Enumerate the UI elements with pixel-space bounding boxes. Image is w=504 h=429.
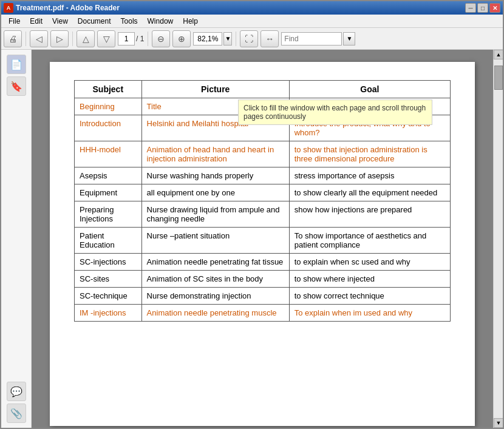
maximize-button[interactable]: □ bbox=[477, 3, 488, 13]
page-total: / 1 bbox=[136, 35, 144, 43]
cell-subject: Asepsis bbox=[75, 167, 142, 184]
cell-goal: to show correct technique bbox=[289, 288, 450, 305]
cell-picture: Nurse demonstrating injection bbox=[141, 288, 289, 305]
left-sidebar: 📄 🔖 💬 📎 bbox=[1, 50, 32, 428]
cell-subject: Introduction bbox=[75, 115, 142, 141]
zoom-display: 82,1% bbox=[193, 32, 222, 46]
main-window: A Treatment.pdf - Adobe Reader ─ □ ✕ Fil… bbox=[0, 0, 504, 429]
menu-view[interactable]: View bbox=[47, 16, 73, 27]
cell-subject: Beginning bbox=[75, 98, 142, 115]
cell-goal: stress importance of asepsis bbox=[289, 167, 450, 184]
cell-picture: Animation needle penetrating muscle bbox=[141, 305, 289, 322]
cell-subject: HHH-model bbox=[75, 141, 142, 167]
find-area: ▼ bbox=[281, 32, 355, 46]
separator-1 bbox=[26, 32, 26, 46]
prev-page-button[interactable]: △ bbox=[77, 30, 95, 47]
scroll-down-arrow[interactable]: ▼ bbox=[494, 418, 503, 428]
zoom-out-button[interactable]: ⊖ bbox=[152, 30, 170, 47]
separator-4 bbox=[236, 32, 236, 46]
table-row: SC-techniqueNurse demonstrating injectio… bbox=[75, 288, 451, 305]
cell-goal: to explain when sc used and why bbox=[289, 254, 450, 271]
separator-2 bbox=[72, 32, 73, 46]
sidebar-pages-icon[interactable]: 📄 bbox=[7, 55, 26, 74]
cell-subject: Preparing Injections bbox=[75, 201, 142, 228]
cell-subject: Equipment bbox=[75, 184, 142, 201]
menu-help[interactable]: Help bbox=[178, 16, 203, 27]
vertical-scrollbar[interactable]: ▲ ▼ bbox=[493, 50, 503, 428]
cell-subject: IM -injections bbox=[75, 305, 142, 322]
cell-goal: to show that injection administration is… bbox=[289, 141, 450, 167]
menu-tools[interactable]: Tools bbox=[116, 16, 143, 27]
app-icon: A bbox=[4, 3, 13, 13]
title-bar-left: A Treatment.pdf - Adobe Reader bbox=[4, 3, 120, 13]
table-row: SC-sitesAnimation of SC sites in the bod… bbox=[75, 271, 451, 288]
fit-width-button[interactable]: ↔ bbox=[261, 30, 279, 47]
table-row: AsepsisNurse washing hands properlystres… bbox=[75, 167, 451, 184]
menu-edit[interactable]: Edit bbox=[25, 16, 47, 27]
cell-picture: Nurse drawing liquid from ampule and cha… bbox=[141, 201, 289, 228]
sidebar-bottom: 💬 📎 bbox=[7, 382, 26, 428]
sidebar-bookmarks-icon[interactable]: 🔖 bbox=[7, 76, 26, 96]
cell-goal: to show where injected bbox=[289, 271, 450, 288]
cell-goal: To explain when im used and why bbox=[289, 305, 450, 322]
cell-subject: SC-technique bbox=[75, 288, 142, 305]
cell-goal: show how injections are prepared bbox=[289, 201, 450, 228]
table-row: SC-injectionsAnimation needle penetratin… bbox=[75, 254, 451, 271]
scroll-thumb[interactable] bbox=[494, 66, 503, 90]
title-bar: A Treatment.pdf - Adobe Reader ─ □ ✕ bbox=[1, 1, 503, 15]
cell-picture: Nurse washing hands properly bbox=[141, 167, 289, 184]
cell-subject: Patient Education bbox=[75, 228, 142, 254]
zoom-in-button[interactable]: ⊕ bbox=[172, 30, 191, 47]
toolbar: 🖨 ◁ ▷ △ ▽ / 1 ⊖ ⊕ 82,1% ▼ ⛶ ↔ ▼ bbox=[1, 28, 503, 50]
zoom-area: 82,1% ▼ bbox=[193, 32, 232, 46]
scroll-up-arrow[interactable]: ▲ bbox=[494, 50, 503, 59]
page-navigation: / 1 bbox=[118, 32, 144, 46]
menu-window[interactable]: Window bbox=[143, 16, 179, 27]
scroll-track[interactable] bbox=[494, 59, 503, 418]
cell-picture: Animation of SC sites in the body bbox=[141, 271, 289, 288]
cell-goal: To show importance of aesthetics and pat… bbox=[289, 228, 450, 254]
header-goal: Goal bbox=[289, 81, 450, 98]
cell-picture: all equipment one by one bbox=[141, 184, 289, 201]
fit-page-button[interactable]: ⛶ bbox=[240, 30, 258, 47]
tooltip-text: Click to fill the window with each page … bbox=[243, 104, 426, 121]
cell-goal: to show clearly all the equipment needed bbox=[289, 184, 450, 201]
print-button[interactable]: 🖨 bbox=[4, 30, 22, 47]
sidebar-comment-icon[interactable]: 💬 bbox=[7, 382, 26, 401]
minimize-button[interactable]: ─ bbox=[465, 3, 476, 13]
cell-picture: Animation needle penetrating fat tissue bbox=[141, 254, 289, 271]
table-row: Preparing InjectionsNurse drawing liquid… bbox=[75, 201, 451, 228]
separator-3 bbox=[148, 32, 148, 46]
table-row: HHH-modelAnimation of head hand and hear… bbox=[75, 141, 451, 167]
tooltip: Click to fill the window with each page … bbox=[238, 100, 432, 125]
find-input[interactable] bbox=[281, 32, 342, 46]
cell-picture: Animation of head hand and heart in inje… bbox=[141, 141, 289, 167]
page-number-input[interactable] bbox=[118, 32, 135, 46]
back-button[interactable]: ◁ bbox=[30, 30, 48, 47]
cell-picture: Nurse –patient situation bbox=[141, 228, 289, 254]
table-row: Equipmentall equipment one by oneto show… bbox=[75, 184, 451, 201]
forward-button[interactable]: ▷ bbox=[50, 30, 69, 47]
window-controls: ─ □ ✕ bbox=[465, 3, 500, 13]
header-picture: Picture bbox=[141, 81, 289, 98]
sidebar-attach-icon[interactable]: 📎 bbox=[7, 404, 26, 423]
window-title: Treatment.pdf - Adobe Reader bbox=[16, 4, 120, 12]
content-area: Click to fill the window with each page … bbox=[1, 50, 503, 428]
cell-subject: SC-sites bbox=[75, 271, 142, 288]
close-button[interactable]: ✕ bbox=[489, 3, 500, 13]
menu-document[interactable]: Document bbox=[73, 16, 116, 27]
find-dropdown-button[interactable]: ▼ bbox=[343, 32, 355, 46]
next-page-button[interactable]: ▽ bbox=[97, 30, 115, 47]
table-row: IM -injectionsAnimation needle penetrati… bbox=[75, 305, 451, 322]
table-row: Patient EducationNurse –patient situatio… bbox=[75, 228, 451, 254]
zoom-dropdown-button[interactable]: ▼ bbox=[223, 32, 232, 46]
menu-bar: File Edit View Document Tools Window Hel… bbox=[1, 15, 503, 28]
cell-subject: SC-injections bbox=[75, 254, 142, 271]
header-subject: Subject bbox=[75, 81, 142, 98]
menu-file[interactable]: File bbox=[4, 16, 25, 27]
